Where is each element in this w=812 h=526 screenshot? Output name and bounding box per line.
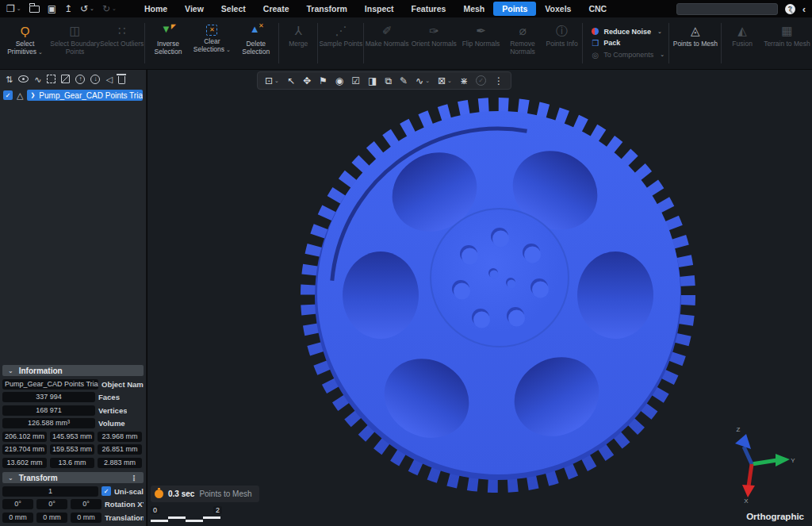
gear-model[interactable] (300, 97, 696, 493)
visibility-icon[interactable] (18, 75, 29, 83)
move-down-icon[interactable]: ↓ (90, 75, 100, 84)
collapse-ribbon-button[interactable]: ‹ (802, 3, 806, 15)
reduce-noise-button[interactable]: Reduce Noise ⌄ (592, 28, 660, 36)
tab-voxels[interactable]: Voxels (536, 2, 580, 16)
divider (668, 23, 669, 63)
vertices-label: Vertices (98, 406, 127, 415)
expander-icon[interactable]: ❯ (30, 92, 35, 98)
redo-button[interactable]: ↻⌄ (102, 3, 117, 14)
new-file-button[interactable]: ❐⌄ (6, 3, 21, 14)
select-primitives-button[interactable]: Ϙ Select Primitives⌄ (0, 17, 50, 69)
terrain-to-mesh-button[interactable]: ▦ Terrain to Mesh (762, 17, 812, 69)
pack-button[interactable]: ❒ Pack (592, 39, 660, 48)
axis-gizmo[interactable]: Y Z X (725, 424, 798, 504)
search-box[interactable] (676, 3, 778, 15)
uniscale-checkbox[interactable]: ✓ (102, 486, 111, 496)
viewport-3d[interactable]: ⊡⌄ ↖ ✥ ⚑ ◉ ☑ ◨ ⧉ ✎ ∿⌄ ⊠⌄ ⋇ ✓ ⋮ 0.3 sec P… (147, 70, 812, 526)
confirm-button[interactable]: ✓ (476, 75, 486, 86)
box-x-icon: ⊠ (438, 76, 446, 86)
app-window: ❐⌄ ▣ ↥ ↺⌄ ↻⌄ Home View Select Create Tra… (0, 0, 812, 526)
points-to-mesh-button[interactable]: ◬ Points to Mesh (670, 17, 720, 69)
sort-icon[interactable]: ⇅ (6, 75, 13, 84)
scene-tree-row[interactable]: ✓ △ ❯ Pump_Gear_CAD Points Triangulat (0, 88, 146, 102)
merge-button[interactable]: ⅄ Merge (280, 17, 316, 69)
speaker-icon[interactable]: ◁ (105, 75, 112, 84)
divider (363, 23, 364, 63)
information-header[interactable]: ⌄ Information (2, 365, 144, 376)
open-file-button[interactable] (29, 6, 40, 13)
tab-transform[interactable]: Transform (297, 2, 355, 16)
sample-points-button[interactable]: ⋰ Sample Points (319, 17, 362, 69)
move-up-icon[interactable]: ↑ (75, 75, 85, 84)
orbit-tool-button[interactable]: ◉ (335, 76, 343, 86)
rect-select-button[interactable]: ☑ (351, 76, 360, 86)
make-normals-button[interactable]: ✐ Make Normals (365, 17, 408, 69)
fit-view-button[interactable]: ⊡⌄ (265, 76, 279, 86)
operation-status-badge: 0.3 sec Points to Mesh (151, 486, 259, 502)
rotation-x-field[interactable]: 0° (2, 499, 33, 509)
chevron-down-icon: ⌄ (226, 47, 231, 52)
deselect-icon[interactable] (61, 75, 70, 83)
kebab-menu-icon[interactable]: ⋮ (130, 474, 138, 482)
toolbar-menu-button[interactable]: ⋮ (494, 76, 504, 86)
box-min-x: 206.102 mm (2, 432, 47, 442)
translation-z-field[interactable]: 0 mm (71, 513, 102, 523)
inverse-selection-button[interactable]: ▼◤ Inverse Selection (146, 17, 190, 69)
flip-normals-button[interactable]: ✒ Flip Normals (459, 17, 503, 69)
button-label: Points to Mesh (673, 40, 718, 48)
tab-cnc[interactable]: CNC (580, 2, 615, 16)
remove-normals-button[interactable]: ⌀ Remove Normals (503, 17, 542, 69)
lasso-tool-button[interactable]: ∿⌄ (416, 76, 430, 86)
flag-tool-button[interactable]: ⚑ (319, 76, 327, 86)
select-cursor-button[interactable]: ↖ (287, 76, 295, 86)
select-all-icon[interactable] (47, 75, 56, 83)
export-icon: ↥ (64, 3, 72, 14)
fusion-button[interactable]: ◭ Fusion (722, 17, 762, 69)
button-label: Orient Normals (412, 40, 457, 48)
trash-icon[interactable] (118, 76, 125, 84)
select-outliers-button[interactable]: ∷ Select Outliers (100, 17, 144, 69)
visibility-checkbox[interactable]: ✓ (3, 90, 13, 100)
export-button[interactable]: ↥ (64, 3, 72, 14)
tab-home[interactable]: Home (136, 2, 176, 16)
delete-selection-button[interactable]: ▲✕ Delete Selection (234, 17, 278, 69)
select-boundary-points-button[interactable]: ◫ Select Boundary Points (50, 17, 100, 69)
box-deselect-button[interactable]: ⊠⌄ (438, 76, 452, 86)
scene-tree-item[interactable]: ❯ Pump_Gear_CAD Points Triangulat (27, 90, 143, 101)
lasso-icon[interactable]: ∿ (34, 75, 41, 84)
translation-y-field[interactable]: 0 mm (36, 513, 67, 523)
stopwatch-icon (155, 490, 163, 498)
undo-button[interactable]: ↺⌄ (80, 3, 94, 14)
save-button[interactable]: ▣ (48, 3, 56, 14)
pick-tool-button[interactable]: ◨ (368, 76, 377, 86)
clone-tool-button[interactable]: ⧉ (385, 76, 392, 86)
translation-x-field[interactable]: 0 mm (2, 513, 33, 523)
scale-bar: 0 2 (151, 506, 222, 522)
rotation-z-field[interactable]: 0° (71, 499, 102, 509)
projection-mode-label[interactable]: Orthographic (746, 512, 804, 521)
points-info-button[interactable]: ⓘ Points Info (542, 17, 582, 69)
tab-select[interactable]: Select (213, 2, 255, 16)
button-label: Terrain to Mesh (764, 40, 810, 48)
brush-tool-button[interactable]: ✎ (400, 76, 408, 86)
scale-field[interactable]: 1 (2, 486, 98, 497)
rotation-y-field[interactable]: 0° (36, 499, 67, 509)
to-components-button[interactable]: ◎ To Components ⌄ (592, 51, 660, 60)
tab-points[interactable]: Points (493, 2, 536, 16)
tab-mesh[interactable]: Mesh (454, 2, 493, 16)
tab-inspect[interactable]: Inspect (356, 2, 403, 16)
move-tool-button[interactable]: ✥ (303, 76, 311, 86)
tab-view[interactable]: View (176, 2, 213, 16)
menubar-right: ? ‹ (676, 3, 806, 15)
tab-features[interactable]: Features (403, 2, 455, 16)
rect-select-icon: ☑ (351, 76, 360, 86)
transform-header[interactable]: ⌄ Transform ⋮ (2, 472, 144, 483)
tab-create[interactable]: Create (255, 2, 298, 16)
object-name-field[interactable]: Pump_Gear_CAD Points Triang (2, 379, 98, 390)
orient-normals-button[interactable]: ✑ Orient Normals (409, 17, 459, 69)
fit-view-icon: ⊡ (265, 76, 273, 86)
magic-select-button[interactable]: ⋇ (460, 76, 468, 86)
cube-icon: ◫ (69, 23, 80, 38)
clear-selections-button[interactable]: ✕ Clear Selections⌄ (190, 17, 234, 69)
search-input[interactable] (677, 5, 790, 13)
